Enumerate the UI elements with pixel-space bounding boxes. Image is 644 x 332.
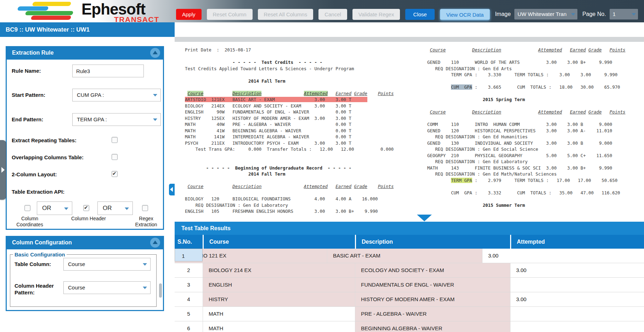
cell-course[interactable]: MATH bbox=[203, 321, 355, 332]
cell-sno[interactable]: 4 bbox=[175, 292, 203, 306]
document-line: 2015 Summer Term bbox=[427, 202, 626, 209]
cancel-button: Cancel bbox=[318, 9, 347, 20]
chevron-down-icon bbox=[64, 208, 68, 210]
document-line: HISTRY 125EX HISTORY OF MODERN AMER - EX… bbox=[185, 115, 394, 122]
document-line: REQ DESIGNATION : Gen Ed Laboratory bbox=[427, 159, 626, 165]
document-page-left-column[interactable]: Print Date : 2015-08-17 - - - - - Test C… bbox=[185, 47, 394, 215]
document-line: TERM GPA : 3.330 TERM TOTALS : 3.00 3.00… bbox=[427, 72, 626, 78]
extract-repeating-tables-checkbox[interactable] bbox=[112, 137, 118, 143]
chevron-down-icon bbox=[153, 118, 157, 121]
api-operator-value: OR bbox=[103, 205, 112, 211]
image-select[interactable]: UW Whitewater Tran bbox=[514, 9, 577, 20]
document-top-bar bbox=[175, 37, 644, 42]
view-ocr-data-button[interactable]: View OCR Data bbox=[440, 9, 490, 20]
cell-description[interactable]: ECOLOGY AND SOCIETY - EXAM bbox=[355, 263, 510, 277]
document-line bbox=[185, 177, 394, 184]
collapse-panel-icon[interactable] bbox=[150, 238, 160, 248]
table-row[interactable]: 5MATHPRE - ALGEBRA - WAIVER bbox=[175, 307, 644, 321]
column-header-pattern-select[interactable]: Course bbox=[63, 281, 151, 294]
document-line bbox=[427, 196, 626, 202]
document-line bbox=[427, 183, 626, 190]
start-pattern-select[interactable]: CUM GPA : bbox=[72, 89, 161, 101]
regex-extraction-checkbox[interactable] bbox=[142, 205, 148, 211]
overlapping-columns-table-label: Overlapping Columns Table: bbox=[12, 154, 84, 160]
document-line: Course Description Attempted Earned Grad… bbox=[185, 183, 394, 190]
column-configuration-header: Column Configuration bbox=[6, 236, 164, 249]
2-column-layout-checkbox[interactable] bbox=[112, 171, 118, 177]
results-header-row: S.No.CourseDescriptionAttempted bbox=[175, 235, 644, 249]
cell-attempted[interactable]: 3.00 bbox=[510, 292, 644, 306]
table-row[interactable]: 3ENGLISHFUNDAMENTALS OF ENGL - WAIVER bbox=[175, 278, 644, 292]
document-viewer[interactable]: Print Date : 2015-08-17 - - - - - Test C… bbox=[175, 37, 644, 222]
toolbar-buttons: ApplyReset ColumnReset All ColumnsCancel… bbox=[176, 9, 490, 20]
document-line: BIOLOGY 214EX ECOLOGY AND SOCIETY - EXAM… bbox=[185, 103, 394, 109]
api-operator-select-1[interactable]: OR bbox=[37, 201, 72, 215]
panel-collapse-arrow-left[interactable] bbox=[169, 184, 175, 195]
apply-button[interactable]: Apply bbox=[176, 9, 202, 20]
overlapping-columns-table-checkbox[interactable] bbox=[112, 154, 118, 160]
table-column-value: Course bbox=[68, 261, 85, 267]
document-line: Course Description Attempted Earned Grad… bbox=[427, 47, 626, 53]
document-line: COMM 110 INTRO HUMAN COMM 3.00 3.00 B 9.… bbox=[427, 121, 626, 128]
fieldset-scrollbar[interactable] bbox=[159, 283, 162, 298]
document-line: ENGLISH 105 FRESHMAN ENGLISH HONORS 3.00… bbox=[185, 208, 394, 215]
cell-attempted[interactable]: 3.00 bbox=[482, 249, 644, 263]
cell-sno[interactable]: 3 bbox=[175, 278, 203, 292]
cell-sno[interactable]: 5 bbox=[175, 307, 203, 321]
rule-name-input[interactable] bbox=[72, 65, 144, 77]
cell-attempted[interactable] bbox=[510, 307, 644, 321]
extraction-rule-title: Extraction Rule bbox=[12, 50, 53, 56]
breadcrumb: BC9 :: UW Whitewater :: UW1 bbox=[0, 22, 175, 37]
table-row[interactable]: 6MATHBEGINNING ALGEBRA - WAIVER bbox=[175, 321, 644, 332]
document-line bbox=[185, 72, 394, 78]
cell-sno[interactable]: 6 bbox=[175, 321, 203, 332]
sidebar-collapse-handle[interactable] bbox=[0, 140, 6, 200]
2-column-layout-label: 2-Column Layout: bbox=[12, 171, 57, 177]
table-column-select[interactable]: Course bbox=[63, 258, 151, 271]
cell-course[interactable]: ENGLISH bbox=[203, 278, 355, 292]
cell-course[interactable]: BIOLOGY 214 EX bbox=[203, 263, 355, 277]
document-line bbox=[427, 53, 626, 60]
cell-description[interactable]: PRE - ALGEBRA - WAIVER bbox=[355, 307, 510, 321]
results-splitter-arrow[interactable] bbox=[417, 215, 432, 221]
cell-attempted[interactable]: 3.00 bbox=[510, 263, 644, 277]
toolbar: ApplyReset ColumnReset All ColumnsCancel… bbox=[176, 9, 638, 20]
column-configuration-body: Basic Configuration Table Column: Course… bbox=[6, 249, 164, 311]
validate-regex-button: Validate Regex bbox=[352, 9, 400, 20]
cell-sno[interactable]: 1 bbox=[175, 249, 203, 261]
table-row[interactable]: 2BIOLOGY 214 EXECOLOGY AND SOCIETY - EXA… bbox=[175, 263, 644, 278]
api-operator-select-2[interactable]: OR bbox=[97, 201, 133, 215]
column-header-pattern-label: Column Header Pattern: bbox=[15, 282, 61, 296]
document-page-right-column[interactable]: Course Description Attempted Earned Grad… bbox=[427, 47, 626, 208]
end-pattern-label: End Pattern: bbox=[12, 116, 43, 123]
cell-course[interactable]: HISTRY bbox=[203, 292, 355, 306]
chevron-down-icon bbox=[632, 13, 636, 16]
cell-description[interactable]: BEGINNING ALGEBRA - WAIVER bbox=[355, 321, 510, 332]
document-line: 2014 Fall Term bbox=[185, 171, 394, 177]
document-line: GENED 110 WORLD OF THE ARTS 3.00 3.00 B+… bbox=[427, 59, 626, 66]
close-button[interactable]: Close bbox=[405, 9, 434, 20]
cell-description[interactable]: BASIC ART - EXAM bbox=[327, 249, 482, 263]
reset-all-columns-button: Reset All Columns bbox=[258, 9, 313, 20]
cell-sno[interactable]: 2 bbox=[175, 263, 203, 277]
document-line: CUM GPA : 3.332 CUM TOTALS : 35.00 47.00… bbox=[427, 190, 626, 196]
document-line: GENED 120 HISTORICAL PERSPECTIVES 3.00 3… bbox=[427, 128, 626, 134]
cell-description[interactable]: HISTORY OF MODERN AMER - EXAM bbox=[355, 292, 510, 306]
cell-attempted[interactable] bbox=[510, 278, 644, 292]
column-header-checkbox[interactable] bbox=[83, 205, 89, 211]
column-coordinates-checkbox[interactable] bbox=[24, 205, 30, 211]
cell-course[interactable]: MATH bbox=[203, 307, 355, 321]
table-row[interactable]: 1ARTSTDIO 121 EXBASIC ART - EXAM3.00 bbox=[175, 249, 644, 263]
document-line: REQ DESIGNATION : Gen Ed Social Science bbox=[427, 146, 626, 153]
page-no-select-value: 1 bbox=[613, 11, 616, 17]
page-no-select[interactable]: 1 bbox=[610, 9, 638, 20]
end-pattern-select[interactable]: TERM GPA : bbox=[72, 113, 161, 126]
table-row[interactable]: 4HISTRYHISTORY OF MODERN AMER - EXAM3.00 bbox=[175, 292, 644, 307]
collapse-panel-icon[interactable] bbox=[150, 48, 160, 58]
toggle-row-extract-repeating-tables: Extract Repeating Tables: bbox=[12, 137, 125, 144]
cell-attempted[interactable] bbox=[510, 321, 644, 332]
cell-description[interactable]: FUNDAMENTALS OF ENGL - WAIVER bbox=[355, 278, 510, 292]
document-line: - - - - - Beginning of Undergraduate Rec… bbox=[185, 165, 394, 171]
regex-extraction-label: Regex Extraction bbox=[128, 216, 165, 228]
logo-bar-blue bbox=[17, 6, 49, 11]
